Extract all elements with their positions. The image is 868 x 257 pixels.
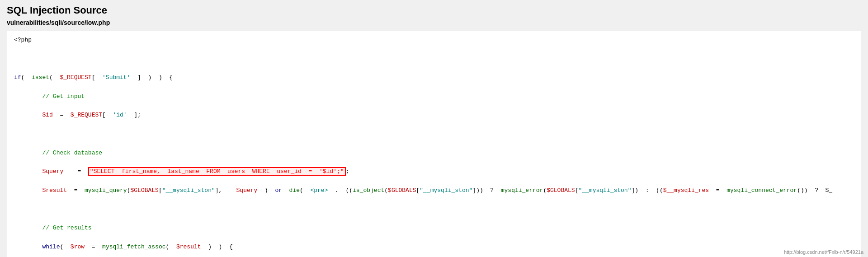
file-path: vulnerabilities/sqli/source/low.php	[7, 19, 861, 26]
page-container: SQL Injection Source vulnerabilities/sql…	[0, 0, 868, 257]
watermark: http://blog.csdn.net/fFxlb-n/r/54921a	[784, 249, 863, 255]
code-container: <?php if( isset( $_REQUEST[ 'Submit' ] )…	[7, 31, 861, 257]
code-block: <?php if( isset( $_REQUEST[ 'Submit' ] )…	[14, 36, 854, 257]
page-title: SQL Injection Source	[7, 5, 861, 16]
